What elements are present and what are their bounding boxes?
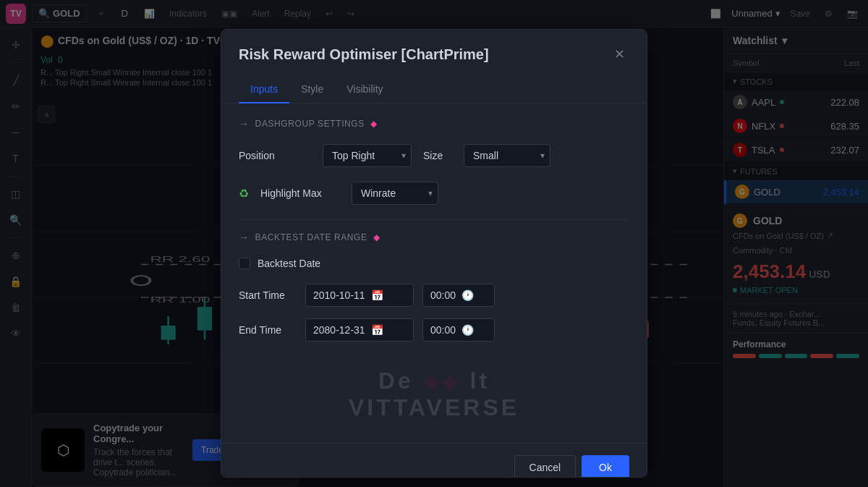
backtest-date-row: Backtest Date <box>239 258 629 269</box>
backtest-section-header: → BACKTEST DATE RANGE ◆ <box>239 232 629 243</box>
vittaverse-watermark: De ◆◆ lt VITTAVERSE <box>239 353 629 428</box>
risk-reward-modal: Risk Reward Optimiser [ChartPrime] ✕ Inp… <box>221 29 647 478</box>
position-label: Position <box>239 150 311 161</box>
tab-inputs[interactable]: Inputs <box>239 76 289 103</box>
tab-visibility[interactable]: Visibility <box>335 76 394 103</box>
modal-tabs: Inputs Style Visibility <box>221 76 647 103</box>
tab-style[interactable]: Style <box>289 76 335 103</box>
size-label: Size <box>423 150 452 161</box>
start-time-label: Start Time <box>239 289 297 301</box>
modal-overlay[interactable]: Risk Reward Optimiser [ChartPrime] ✕ Inp… <box>0 0 868 487</box>
end-time-row: End Time 2080-12-31 📅 00:00 🕐 <box>239 318 629 342</box>
highlight-max-row: ♻ Highlight Max Winrate R/R Profit Facto… <box>239 182 629 205</box>
diamond-icon-2: ◆ <box>373 232 380 242</box>
highlight-icon: ♻ <box>239 187 249 200</box>
highlight-select-wrapper: Winrate R/R Profit Factor <box>352 182 438 205</box>
start-time-input[interactable]: 00:00 🕐 <box>422 284 495 307</box>
backtest-label: BACKTEST DATE RANGE <box>255 232 367 242</box>
diamond-icon-1: ◆ <box>370 119 378 129</box>
arrow-right-icon-2: → <box>239 232 250 243</box>
end-time-label: End Time <box>239 324 297 336</box>
start-time-value: 00:00 <box>430 289 456 301</box>
modal-title: Risk Reward Optimiser [ChartPrime] <box>239 46 489 63</box>
start-time-row: Start Time 2010-10-11 📅 00:00 🕐 <box>239 284 629 307</box>
ok-button[interactable]: Ok <box>582 455 629 478</box>
end-date-value: 2080-12-31 <box>313 324 365 336</box>
calendar-icon-start[interactable]: 📅 <box>371 289 383 301</box>
start-date-value: 2010-10-11 <box>313 289 365 301</box>
position-size-row: Position Top Right Top Left Bottom Right… <box>239 144 629 167</box>
modal-header: Risk Reward Optimiser [ChartPrime] ✕ <box>221 30 647 64</box>
arrow-right-icon: → <box>239 118 250 130</box>
modal-close-button[interactable]: ✕ <box>609 44 629 64</box>
modal-footer: Cancel Ok <box>221 443 647 478</box>
dashgroup-section-header: → DASHGROUP SETTINGS ◆ <box>239 118 629 130</box>
start-date-input[interactable]: 2010-10-11 📅 <box>305 284 414 307</box>
clock-icon-end[interactable]: 🕐 <box>461 324 474 336</box>
size-select[interactable]: Small Medium Large <box>464 144 550 167</box>
size-select-wrapper: Small Medium Large <box>464 144 550 167</box>
end-time-value: 00:00 <box>430 324 456 336</box>
clock-icon-start[interactable]: 🕐 <box>461 289 474 301</box>
position-select[interactable]: Top Right Top Left Bottom Right Bottom L… <box>323 144 412 167</box>
cancel-button[interactable]: Cancel <box>514 455 576 478</box>
end-time-input[interactable]: 00:00 🕐 <box>422 318 495 342</box>
dashgroup-label: DASHGROUP SETTINGS <box>255 119 365 129</box>
highlight-label: Highlight Max <box>260 187 340 199</box>
watermark-logo: ◆◆ <box>423 370 461 393</box>
position-select-wrapper: Top Right Top Left Bottom Right Bottom L… <box>323 144 412 167</box>
backtest-date-checkbox[interactable] <box>239 258 250 269</box>
modal-body: → DASHGROUP SETTINGS ◆ Position Top Righ… <box>221 103 647 443</box>
backtest-date-label: Backtest Date <box>258 258 330 269</box>
calendar-icon-end[interactable]: 📅 <box>371 324 383 336</box>
highlight-select[interactable]: Winrate R/R Profit Factor <box>352 182 438 205</box>
end-date-input[interactable]: 2080-12-31 📅 <box>305 318 414 342</box>
